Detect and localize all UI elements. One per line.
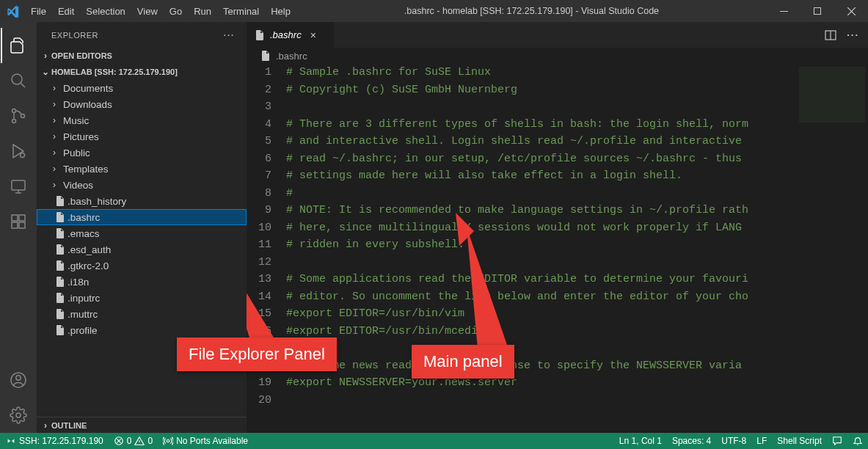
open-editors-section[interactable]: › OPEN EDITORS <box>37 48 247 64</box>
file-label: .i18n <box>68 277 89 288</box>
activity-run-icon[interactable] <box>1 134 36 169</box>
status-feedback-icon[interactable] <box>827 433 847 449</box>
status-encoding[interactable]: UTF-8 <box>716 433 751 449</box>
activity-extensions-icon[interactable] <box>1 204 36 239</box>
folder-label: Pictures <box>63 131 99 142</box>
maximize-button[interactable] <box>800 0 834 22</box>
folder-label: Downloads <box>63 99 112 110</box>
menu-selection[interactable]: Selection <box>80 0 131 22</box>
tab-bashrc[interactable]: .bashrc × <box>247 22 335 48</box>
tab-close-icon[interactable]: × <box>310 29 316 41</box>
file-icon <box>53 227 68 239</box>
sidebar-explorer: EXPLORER ··· › OPEN EDITORS ⌄ HOMELAB [S… <box>37 22 247 433</box>
editor-more-icon[interactable]: ··· <box>847 29 859 40</box>
status-eol[interactable]: LF <box>751 433 772 449</box>
menu-run[interactable]: Run <box>188 0 217 22</box>
status-bell-icon[interactable] <box>847 433 868 449</box>
file-bashrc[interactable]: .bashrc <box>37 209 247 225</box>
status-cursor[interactable]: Ln 1, Col 1 <box>614 433 667 449</box>
file-icon <box>254 29 266 41</box>
menu-terminal[interactable]: Terminal <box>217 0 265 22</box>
chevron-right-icon: › <box>53 180 63 190</box>
menu-edit[interactable]: Edit <box>52 0 80 22</box>
status-language[interactable]: Shell Script <box>772 433 827 449</box>
folder-templates[interactable]: ›Templates <box>37 161 247 177</box>
folder-label: Documents <box>63 83 113 94</box>
folder-videos[interactable]: ›Videos <box>37 177 247 193</box>
svg-rect-0 <box>780 11 788 12</box>
file-label: .inputrc <box>68 293 100 304</box>
close-button[interactable] <box>834 0 868 22</box>
status-ports-label: No Ports Available <box>176 436 248 446</box>
status-remote[interactable]: SSH: 172.25.179.190 <box>0 433 109 449</box>
chevron-right-icon: › <box>53 83 63 93</box>
status-remote-label: SSH: 172.25.179.190 <box>19 436 103 446</box>
chevron-right-icon: › <box>53 99 63 109</box>
status-problems[interactable]: 0 0 <box>109 433 158 449</box>
status-spaces[interactable]: Spaces: 4 <box>667 433 716 449</box>
file-emacs[interactable]: .emacs <box>37 225 247 241</box>
folder-pictures[interactable]: ›Pictures <box>37 128 247 145</box>
file-esd_auth[interactable]: .esd_auth <box>37 241 247 258</box>
folder-documents[interactable]: ›Documents <box>37 80 247 96</box>
activity-explorer-icon[interactable] <box>1 28 36 63</box>
code-content[interactable]: # Sample .bashrc for SuSE Linux# Copyrig… <box>286 64 795 433</box>
menu-go[interactable]: Go <box>164 0 188 22</box>
file-inputrc[interactable]: .inputrc <box>37 290 247 306</box>
file-icon <box>260 50 271 62</box>
chevron-right-icon: › <box>40 51 51 61</box>
file-icon <box>53 308 68 320</box>
status-bar: SSH: 172.25.179.190 0 0 No Ports Availab… <box>0 433 868 449</box>
file-bash_history[interactable]: .bash_history <box>37 193 247 209</box>
activity-scm-icon[interactable] <box>1 98 36 134</box>
file-icon <box>53 276 68 288</box>
code-editor[interactable]: 1234567891011121314151617181920 # Sample… <box>247 64 868 433</box>
breadcrumb[interactable]: .bashrc <box>247 48 868 64</box>
svg-point-2 <box>12 74 22 84</box>
menubar: File Edit Selection View Go Run Terminal… <box>25 0 296 22</box>
activity-search-icon[interactable] <box>1 63 36 98</box>
menu-view[interactable]: View <box>131 0 164 22</box>
activity-settings-icon[interactable] <box>1 398 36 433</box>
line-numbers: 1234567891011121314151617181920 <box>247 64 286 433</box>
file-muttrc[interactable]: .muttrc <box>37 306 247 322</box>
file-gtkrc-2.0[interactable]: .gtkrc-2.0 <box>37 258 247 274</box>
file-profile[interactable]: .profile <box>37 322 247 338</box>
status-errors: 0 <box>127 436 132 446</box>
tab-label: .bashrc <box>270 29 302 40</box>
file-icon <box>53 211 68 223</box>
folder-label: Videos <box>63 180 93 191</box>
chevron-right-icon: › <box>53 147 63 158</box>
sidebar-more-icon[interactable]: ··· <box>224 31 235 40</box>
file-i18n[interactable]: .i18n <box>37 274 247 290</box>
svg-rect-11 <box>19 215 25 221</box>
outline-section[interactable]: › OUTLINE <box>37 417 247 433</box>
svg-rect-7 <box>12 180 25 190</box>
file-icon <box>53 324 68 336</box>
svg-point-4 <box>12 120 16 123</box>
folder-music[interactable]: ›Music <box>37 112 247 128</box>
minimize-button[interactable] <box>767 0 800 22</box>
menu-file[interactable]: File <box>25 0 52 22</box>
workspace-section[interactable]: ⌄ HOMELAB [SSH: 172.25.179.190] <box>37 64 247 80</box>
file-label: .profile <box>68 325 98 336</box>
chevron-right-icon: › <box>53 131 63 142</box>
activity-remote-icon[interactable] <box>1 169 36 204</box>
breadcrumb-label: .bashrc <box>276 51 307 62</box>
minimap[interactable] <box>795 64 868 433</box>
activity-accounts-icon[interactable] <box>1 362 36 398</box>
folder-downloads[interactable]: ›Downloads <box>37 96 247 112</box>
activity-bar <box>0 22 37 433</box>
file-label: .gtkrc-2.0 <box>68 260 109 271</box>
folder-public[interactable]: ›Public <box>37 145 247 161</box>
status-ports[interactable]: No Ports Available <box>158 433 253 449</box>
split-editor-icon[interactable] <box>825 29 836 41</box>
file-label: .muttrc <box>68 309 98 320</box>
open-editors-label: OPEN EDITORS <box>51 51 112 60</box>
svg-point-5 <box>21 114 25 118</box>
editor-group: .bashrc × ··· .bashrc 123456789101112131… <box>247 22 868 433</box>
menu-help[interactable]: Help <box>265 0 296 22</box>
window-controls <box>767 0 868 22</box>
outline-label: OUTLINE <box>51 421 87 430</box>
file-tree[interactable]: ›Documents›Downloads›Music›Pictures›Publ… <box>37 80 247 417</box>
